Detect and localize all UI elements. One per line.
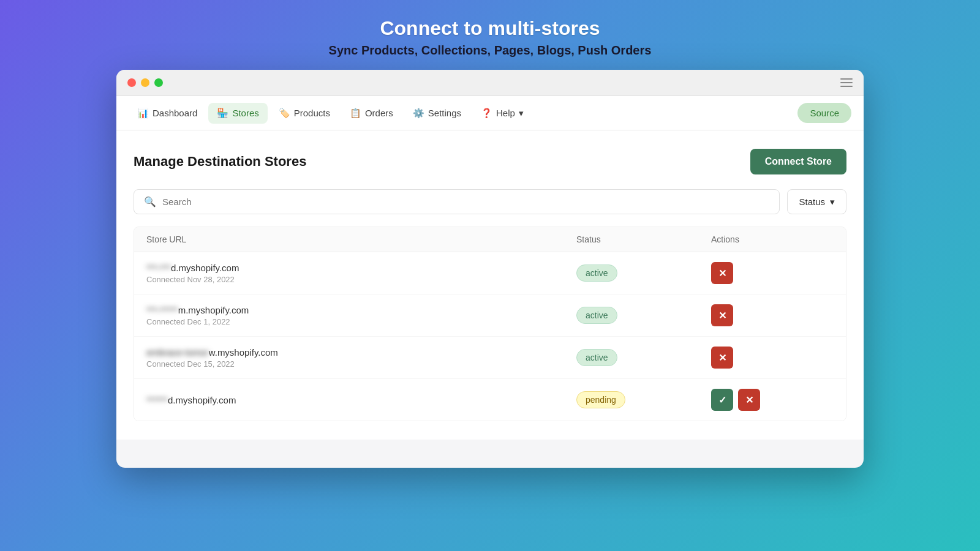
header-actions: Actions [711, 234, 834, 244]
header-status: Status [576, 234, 711, 244]
store-status-cell: active [576, 264, 711, 282]
connect-store-button[interactable]: Connect Store [750, 149, 846, 174]
nav-label-products: Products [294, 108, 330, 118]
nav-item-products[interactable]: 🏷️ Products [270, 103, 339, 124]
settings-icon: ⚙️ [413, 108, 424, 119]
nav-items: 📊 Dashboard 🏪 Stores 🏷️ Products 📋 Order… [129, 103, 532, 124]
main-content: Manage Destination Stores Connect Store … [116, 130, 864, 440]
store-info: ***-*****m.myshopify.com Connected Dec 1… [146, 305, 576, 326]
nav-label-stores: Stores [232, 108, 258, 118]
nav-bar: 📊 Dashboard 🏪 Stores 🏷️ Products 📋 Order… [116, 96, 864, 130]
window-controls [127, 78, 163, 87]
table-row: ***-***d.myshopify.com Connected Nov 28,… [134, 252, 846, 294]
nav-label-help: Help [496, 108, 515, 118]
orders-icon: 📋 [350, 108, 361, 119]
confirm-store-button[interactable]: ✓ [711, 389, 733, 411]
store-connected-date: Connected Dec 1, 2022 [146, 317, 576, 326]
store-connected-date: Connected Dec 15, 2022 [146, 359, 576, 369]
header-store-url: Store URL [146, 234, 576, 244]
source-button[interactable]: Source [797, 103, 851, 123]
delete-store-button[interactable]: ✕ [738, 389, 760, 411]
search-filter-row: 🔍 Status ▾ [134, 189, 846, 214]
products-icon: 🏷️ [279, 108, 290, 119]
table-row: ***-*****m.myshopify.com Connected Dec 1… [134, 294, 846, 337]
store-status-cell: pending [576, 391, 711, 408]
minimize-window-button[interactable] [141, 78, 149, 87]
page-title: Manage Destination Stores [134, 154, 306, 170]
status-filter-label: Status [799, 197, 825, 207]
search-box: 🔍 [134, 189, 780, 214]
store-url-blurred: ***-***** [146, 305, 178, 315]
status-filter-chevron-icon: ▾ [830, 197, 835, 208]
status-badge: active [576, 264, 617, 282]
nav-label-dashboard: Dashboard [153, 108, 197, 118]
nav-item-orders[interactable]: 📋 Orders [341, 103, 402, 124]
store-url: ***-***d.myshopify.com [146, 263, 576, 273]
actions-cell: ✓ ✕ [711, 389, 834, 411]
status-badge: pending [576, 391, 625, 408]
search-icon: 🔍 [144, 196, 156, 208]
page-header: Connect to multi-stores Sync Products, C… [329, 0, 652, 70]
store-info: ******d.myshopify.com [146, 395, 576, 405]
store-url: embrace-tomorw.myshopify.com [146, 347, 576, 358]
maximize-window-button[interactable] [154, 78, 163, 87]
stores-icon: 🏪 [217, 108, 228, 119]
main-subtitle: Sync Products, Collections, Pages, Blogs… [329, 43, 652, 58]
app-window: 📊 Dashboard 🏪 Stores 🏷️ Products 📋 Order… [116, 70, 864, 468]
dashboard-icon: 📊 [137, 108, 149, 119]
search-input[interactable] [162, 197, 769, 207]
store-info: ***-***d.myshopify.com Connected Nov 28,… [146, 263, 576, 284]
store-url: ***-*****m.myshopify.com [146, 305, 576, 315]
actions-cell: ✕ [711, 262, 834, 284]
store-url-blurred: embrace-tomor [146, 347, 209, 358]
main-title: Connect to multi-stores [329, 17, 652, 40]
delete-store-button[interactable]: ✕ [711, 304, 733, 326]
store-status-cell: active [576, 307, 711, 324]
title-bar [116, 70, 864, 96]
close-window-button[interactable] [127, 78, 136, 87]
stores-table: Store URL Status Actions ***-***d.myshop… [134, 227, 846, 421]
store-status-cell: active [576, 349, 711, 366]
table-row: embrace-tomorw.myshopify.com Connected D… [134, 337, 846, 379]
help-chevron-icon: ▾ [519, 108, 524, 119]
status-filter-button[interactable]: Status ▾ [787, 189, 846, 214]
hamburger-menu-icon[interactable] [840, 78, 853, 87]
help-icon: ❓ [481, 108, 492, 119]
store-info: embrace-tomorw.myshopify.com Connected D… [146, 347, 576, 369]
nav-label-settings: Settings [428, 108, 461, 118]
page-top-bar: Manage Destination Stores Connect Store [134, 149, 846, 174]
delete-store-button[interactable]: ✕ [711, 347, 733, 369]
nav-item-stores[interactable]: 🏪 Stores [208, 103, 267, 124]
delete-store-button[interactable]: ✕ [711, 262, 733, 284]
actions-cell: ✕ [711, 347, 834, 369]
actions-cell: ✕ [711, 304, 834, 326]
nav-item-help[interactable]: ❓ Help ▾ [472, 103, 532, 124]
store-connected-date: Connected Nov 28, 2022 [146, 275, 576, 284]
store-url: ******d.myshopify.com [146, 395, 576, 405]
table-header: Store URL Status Actions [134, 227, 846, 252]
store-url-blurred: ****** [146, 395, 168, 405]
nav-label-orders: Orders [365, 108, 393, 118]
status-badge: active [576, 349, 617, 366]
store-url-blurred: ***-*** [146, 263, 171, 273]
status-badge: active [576, 307, 617, 324]
nav-item-settings[interactable]: ⚙️ Settings [404, 103, 470, 124]
nav-item-dashboard[interactable]: 📊 Dashboard [129, 103, 206, 124]
table-row: ******d.myshopify.com pending ✓ ✕ [134, 379, 846, 421]
